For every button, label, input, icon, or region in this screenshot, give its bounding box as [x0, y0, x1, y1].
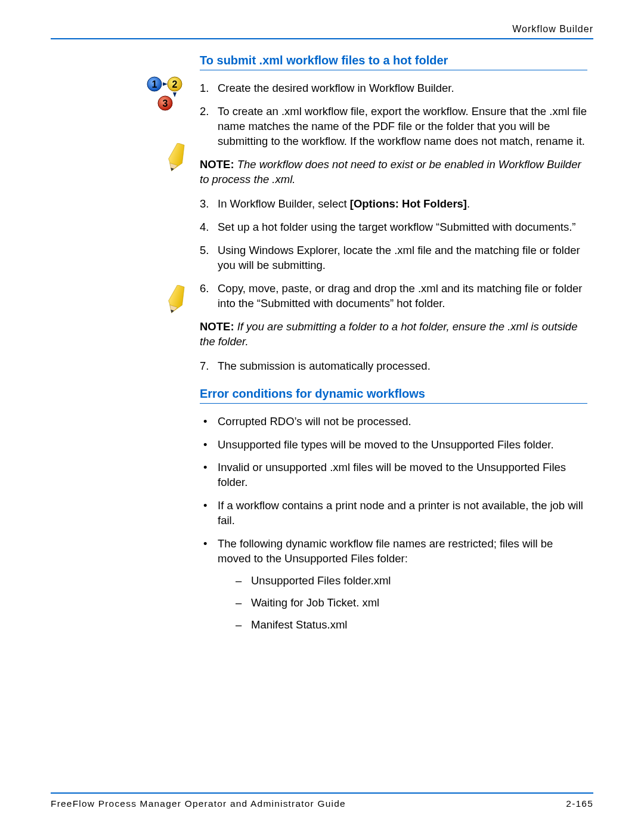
svg-text:3: 3 — [163, 98, 168, 109]
section-heading-errors: Error conditions for dynamic workflows — [200, 387, 587, 404]
bullet-text: The following dynamic workflow file name… — [218, 537, 553, 565]
svg-marker-11 — [166, 285, 186, 314]
svg-text:2: 2 — [172, 79, 178, 89]
dash-item: Manifest Status.xml — [236, 618, 587, 633]
footer-divider — [51, 792, 593, 794]
bullet-item: If a workflow contains a print node and … — [200, 498, 587, 528]
note-label: NOTE: — [200, 158, 234, 171]
bullet-item: Corrupted RDO’s will not be processed. — [200, 414, 587, 429]
page-footer: FreeFlow Process Manager Operator and Ad… — [51, 792, 593, 809]
step-item: To create an .xml workflow file, export … — [200, 104, 587, 149]
bullet-item: Unsupported file types will be moved to … — [200, 438, 587, 453]
svg-text:1: 1 — [152, 79, 157, 89]
note-block: NOTE: If you are submitting a folder to … — [182, 320, 587, 349]
step-item: Set up a hot folder using the target wor… — [200, 220, 587, 235]
note-pencil-icon — [166, 143, 186, 174]
page-number: 2-165 — [566, 798, 593, 809]
numbered-steps-icon: 1 2 3 — [146, 76, 184, 112]
svg-marker-5 — [173, 92, 177, 97]
dash-item: Unsupported Files folder.xml — [236, 574, 587, 589]
step-item: In Workflow Builder, select [Options: Ho… — [200, 197, 587, 212]
svg-marker-8 — [166, 143, 186, 172]
dash-item: Waiting for Job Ticket. xml — [236, 596, 587, 611]
svg-marker-2 — [163, 82, 168, 86]
footer-title: FreeFlow Process Manager Operator and Ad… — [51, 798, 346, 809]
section-heading-submit: To submit .xml workflow files to a hot f… — [200, 54, 587, 70]
step-text: In Workflow Builder, select — [218, 197, 350, 210]
step-item: The submission is automatically processe… — [200, 359, 587, 374]
bullet-list: Corrupted RDO’s will not be processed. U… — [200, 414, 587, 633]
step-item: Using Windows Explorer, locate the .xml … — [200, 243, 587, 273]
note-pencil-icon — [166, 285, 186, 316]
note-block: NOTE: The workflow does not need to exis… — [182, 157, 587, 187]
step-item: Create the desired workflow in Workflow … — [200, 81, 587, 96]
bullet-item: The following dynamic workflow file name… — [200, 537, 587, 633]
steps-list: Create the desired workflow in Workflow … — [200, 81, 587, 149]
step-item: Copy, move, paste, or drag and drop the … — [200, 281, 587, 311]
note-text: If you are submitting a folder to a hot … — [200, 320, 577, 348]
steps-list: The submission is automatically processe… — [200, 359, 587, 374]
page-header-label: Workflow Builder — [51, 24, 593, 35]
header-divider — [51, 38, 593, 39]
note-label: NOTE: — [200, 320, 234, 333]
step-suffix: . — [467, 197, 470, 210]
steps-list: In Workflow Builder, select [Options: Ho… — [200, 197, 587, 311]
dash-list: Unsupported Files folder.xml Waiting for… — [218, 574, 587, 633]
note-text: The workflow does not need to exist or b… — [200, 158, 581, 185]
bullet-item: Invalid or unsupported .xml files will b… — [200, 460, 587, 490]
step-bold: [Options: Hot Folders] — [350, 197, 467, 210]
